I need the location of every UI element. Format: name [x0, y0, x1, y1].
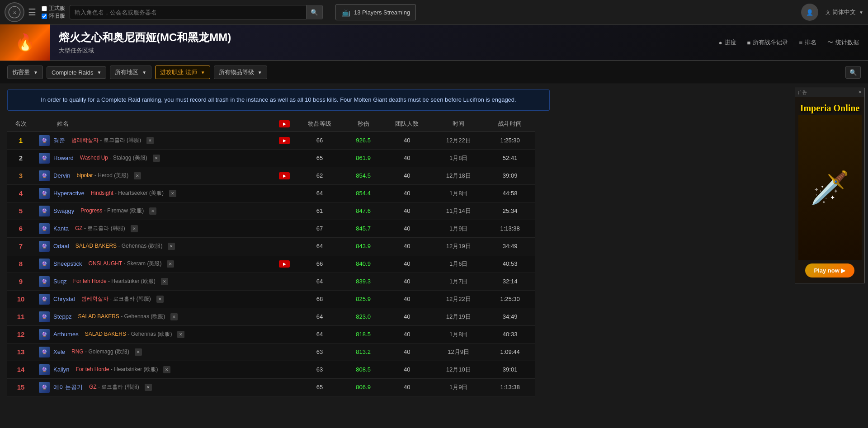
- rankings-table: 名次 姓名 ▶ 物品等级 秒伤 团队人数 时间 战斗时间 1: [7, 116, 535, 396]
- player-name[interactable]: Kanta: [53, 225, 69, 232]
- search-input[interactable]: [70, 9, 306, 16]
- players-cell: 40: [382, 325, 432, 343]
- youtube-icon[interactable]: ▶: [279, 172, 290, 179]
- player-name[interactable]: Xele: [53, 348, 65, 355]
- filter-class[interactable]: 进攻职业 法师 ▼: [155, 66, 210, 79]
- col-date: 时间: [432, 116, 485, 132]
- name-cell: 🔮 경준 범레학살자 - 로크홀라 (韩服) ✕: [34, 132, 274, 149]
- filter-item-level[interactable]: 所有物品等级 ▼: [214, 66, 267, 79]
- guild-name[interactable]: 범레학살자: [71, 137, 99, 143]
- video-cell: [274, 290, 294, 308]
- language-selector[interactable]: 文 简体中文 ▼: [826, 8, 863, 16]
- fight-time-cell: 1:09:44: [485, 343, 535, 361]
- guild-name[interactable]: RNG: [71, 348, 84, 355]
- rankings-label: 排名: [805, 38, 816, 47]
- players-cell: 40: [382, 255, 432, 273]
- guild-name[interactable]: SALAD BAKERS: [78, 313, 119, 320]
- zone-title: 熔火之心和奥尼西娅(MC和黑龙MM): [59, 30, 710, 45]
- ad-close-icon[interactable]: ✕: [858, 89, 862, 96]
- youtube-icon[interactable]: ▶: [279, 260, 290, 268]
- youtube-icon[interactable]: ▶: [279, 137, 290, 144]
- dps-cell: 818.5: [345, 325, 382, 343]
- hamburger-icon[interactable]: ☰: [28, 7, 36, 18]
- filter-search-button[interactable]: 🔍: [845, 66, 861, 79]
- video-cell: [274, 343, 294, 361]
- fight-time-cell: 39:01: [485, 361, 535, 378]
- guild-name[interactable]: Hindsight: [91, 190, 113, 196]
- player-name[interactable]: 에이는공기: [53, 383, 83, 391]
- dps-cell: 926.5: [345, 132, 382, 149]
- video-cell: ▶: [274, 132, 294, 149]
- player-name[interactable]: Sheepstick: [53, 260, 82, 267]
- players-cell: 40: [382, 273, 432, 290]
- guild-info: GZ - 로크홀라 (韩服): [89, 383, 139, 391]
- guild-name[interactable]: GZ: [75, 225, 83, 231]
- classic-server-checkbox[interactable]: [42, 14, 47, 19]
- guild-name[interactable]: GZ: [89, 384, 97, 390]
- guild-name[interactable]: ONSLAUGHT: [89, 260, 122, 267]
- date-cell: 1月8日: [432, 325, 485, 343]
- ilvl-cell: 64: [294, 273, 345, 290]
- player-name[interactable]: Dervin: [53, 172, 71, 179]
- streaming-button[interactable]: 📺 13 Players Streaming: [335, 4, 416, 20]
- table-row: 3 🔮 Dervin bipolar - Herod (美服) ✕ ▶ 62 8…: [7, 167, 535, 184]
- rank-cell: 10: [7, 290, 34, 308]
- ilvl-cell: 67: [294, 220, 345, 237]
- player-name[interactable]: Howard: [53, 155, 74, 161]
- chevron-down-icon: ▼: [142, 70, 146, 75]
- guild-name[interactable]: Progress: [80, 207, 102, 214]
- filter-regions[interactable]: 所有地区 ▼: [110, 66, 151, 79]
- video-cell: ▶: [274, 255, 294, 273]
- player-name[interactable]: Suqz: [53, 278, 67, 285]
- guild-info: For teh Horde - Heartstriker (欧服): [75, 366, 158, 373]
- search-button[interactable]: 🔍: [306, 5, 322, 19]
- player-name[interactable]: Odaal: [53, 243, 69, 249]
- guild-name[interactable]: For teh Horde: [73, 278, 107, 284]
- faction-icon: ✕: [161, 278, 168, 285]
- official-server-label[interactable]: 正式服: [42, 5, 65, 12]
- guild-name[interactable]: 범레학살자: [81, 296, 108, 302]
- site-logo[interactable]: ⚔: [5, 2, 24, 22]
- fight-time-cell: 1:13:38: [485, 220, 535, 237]
- classic-server-label[interactable]: 怀旧服: [42, 12, 65, 20]
- fight-time-cell: 1:25:30: [485, 132, 535, 149]
- player-name[interactable]: Swaggy: [53, 207, 74, 214]
- player-name[interactable]: Arthumes: [53, 331, 79, 338]
- players-cell: 40: [382, 202, 432, 220]
- player-name[interactable]: Hyperactive: [53, 190, 85, 197]
- search-icon: 🔍: [311, 9, 318, 16]
- player-name[interactable]: Steppz: [53, 313, 71, 320]
- player-name[interactable]: 경준: [53, 136, 65, 145]
- guild-name[interactable]: Washed Up: [80, 155, 108, 161]
- ad-header: 广告 ✕: [795, 88, 864, 97]
- guild-info: 범레학살자 - 로크홀라 (韩服): [71, 136, 141, 144]
- filter-damage[interactable]: 伤害量 ▼: [7, 66, 43, 79]
- dps-cell: 854.5: [345, 167, 382, 184]
- ad-play-button[interactable]: Play now ▶: [805, 263, 855, 277]
- guild-name[interactable]: bipolar: [77, 172, 93, 179]
- server-info: - 로크홀라 (韩服): [110, 296, 151, 302]
- guild-name[interactable]: For teh Horde: [75, 366, 109, 372]
- server-info: - 로크홀라 (韩服): [98, 384, 139, 390]
- guild-name[interactable]: SALAD BAKERS: [75, 243, 117, 249]
- zone-nav-rankings[interactable]: ≡ 排名: [799, 38, 816, 47]
- streaming-label: 13 Players Streaming: [354, 9, 410, 16]
- player-class-icon: 🔮: [39, 223, 50, 234]
- zone-nav-progress[interactable]: ● 进度: [719, 38, 736, 47]
- user-avatar[interactable]: 👤: [801, 4, 818, 21]
- filter-complete-raids[interactable]: Complete Raids ▼: [47, 66, 106, 79]
- player-name[interactable]: Kaliyn: [53, 366, 69, 373]
- date-cell: 12月19日: [432, 237, 485, 255]
- zone-nav-combat-log[interactable]: ■ 所有战斗记录: [747, 38, 788, 47]
- rank-cell: 5: [7, 202, 34, 220]
- guild-info: Progress - Firemaw (欧服): [80, 207, 144, 215]
- official-server-checkbox[interactable]: [42, 6, 47, 11]
- players-cell: 40: [382, 343, 432, 361]
- col-rank: 名次: [7, 116, 34, 132]
- guild-info: ONSLAUGHT - Skeram (美服): [89, 260, 162, 268]
- ilvl-cell: 68: [294, 290, 345, 308]
- player-name[interactable]: Chrystal: [53, 296, 75, 302]
- zone-nav-stats[interactable]: 〜 统计数据: [827, 38, 859, 47]
- player-class-icon: 🔮: [39, 153, 50, 164]
- guild-name[interactable]: SALAD BAKERS: [85, 331, 126, 337]
